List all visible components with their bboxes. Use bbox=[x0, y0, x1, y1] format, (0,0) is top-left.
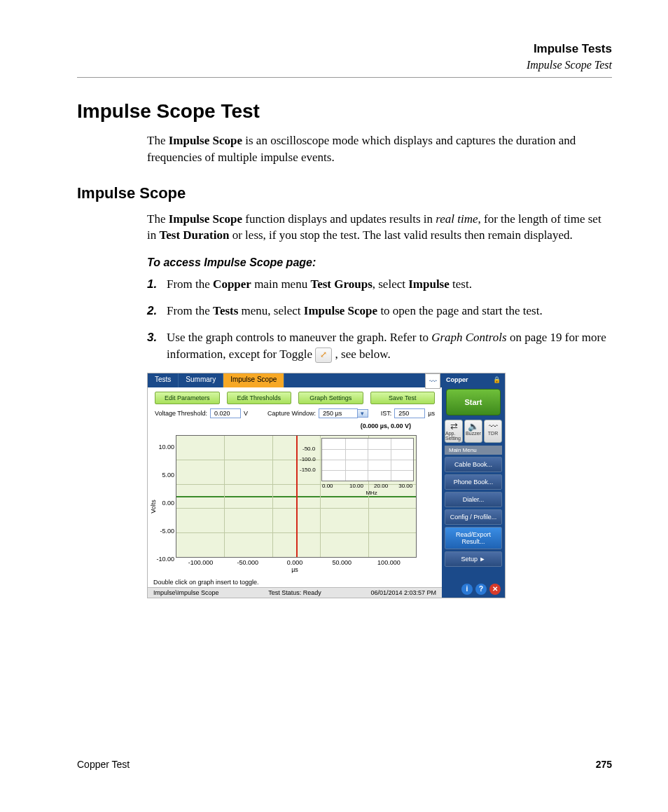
close-icon[interactable]: ✕ bbox=[489, 584, 501, 595]
app-screenshot: Tests Summary Impulse Scope 〰 Edit Param… bbox=[147, 373, 506, 598]
start-button[interactable]: Start bbox=[446, 389, 501, 415]
cursor-readout: (0.000 µs, 0.00 V) bbox=[361, 422, 417, 429]
tdr-button[interactable]: 〰TDR bbox=[484, 420, 502, 443]
app-setting-button[interactable]: ⇄App. Setting bbox=[445, 420, 463, 443]
test-status: Test Status: Ready bbox=[268, 589, 321, 596]
step-1: 1. From the Copper main menu Test Groups… bbox=[147, 276, 612, 293]
x-tick: 0.000 bbox=[287, 559, 303, 566]
sidebar-item-dialer[interactable]: Dialer... bbox=[445, 492, 502, 507]
inset-x-tick: 0.00 bbox=[322, 483, 333, 489]
inset-x-tick: 10.00 bbox=[349, 483, 363, 489]
buzzer-button[interactable]: 🔈Buzzer bbox=[464, 420, 482, 443]
x-tick: -50.000 bbox=[237, 559, 259, 566]
task-title: To access Impulse Scope page: bbox=[147, 256, 612, 269]
page-heading: Impulse Scope Test bbox=[77, 100, 612, 123]
y-tick: -5.00 bbox=[151, 528, 174, 535]
x-axis-unit: µs bbox=[291, 566, 298, 573]
step-number: 3. bbox=[147, 329, 167, 363]
scope-graph[interactable]: Volts 10.00 5.00 0.00 -5.00 -10.00 bbox=[148, 429, 442, 577]
lock-icon: 🔒 bbox=[493, 376, 501, 383]
x-tick: 50.000 bbox=[332, 559, 352, 566]
sidebar-item-cable-book[interactable]: Cable Book... bbox=[445, 457, 502, 472]
capture-label: Capture Window: bbox=[267, 410, 316, 417]
inset-x-unit: MHz bbox=[366, 490, 377, 496]
tab-bar: Tests Summary Impulse Scope 〰 bbox=[148, 373, 442, 387]
sidebar-item-read-export[interactable]: Read/Export Result... bbox=[445, 527, 502, 549]
info-icon[interactable]: i bbox=[461, 584, 473, 595]
x-tick: 100.000 bbox=[377, 559, 401, 566]
desc-paragraph: The Impulse Scope function displays and … bbox=[147, 211, 612, 245]
x-tick: -100.000 bbox=[188, 559, 214, 566]
step-3: 3. Use the graph controls to maneuver th… bbox=[147, 329, 612, 363]
threshold-field[interactable]: 0.020 bbox=[210, 408, 241, 418]
status-datetime: 06/01/2014 2:03:57 PM bbox=[370, 589, 436, 596]
step-2: 2. From the Tests menu, select Impulse S… bbox=[147, 303, 612, 319]
wave-icon: 〰 bbox=[489, 422, 498, 431]
status-bar: Impulse\Impulse Scope Test Status: Ready… bbox=[148, 587, 442, 598]
inset-x-tick: 30.00 bbox=[398, 483, 412, 489]
y-tick: 10.00 bbox=[151, 443, 174, 450]
ist-label: IST: bbox=[381, 410, 392, 417]
step-number: 2. bbox=[147, 303, 167, 319]
wave-icon[interactable]: 〰 bbox=[425, 373, 440, 389]
help-icon[interactable]: ? bbox=[475, 584, 487, 595]
chevron-down-icon: ▾ bbox=[358, 409, 368, 418]
gear-icon: ⇄ bbox=[450, 422, 458, 431]
speaker-icon: 🔈 bbox=[468, 422, 479, 431]
inset-y-tick: -100.0 bbox=[300, 456, 316, 462]
tab-tests[interactable]: Tests bbox=[148, 373, 179, 387]
inset-graph[interactable]: -50.0 -100.0 -150.0 0.00 10.00 20.00 30.… bbox=[321, 438, 414, 481]
chapter-title: Impulse Tests bbox=[77, 42, 612, 56]
y-tick: -10.00 bbox=[151, 556, 174, 563]
tab-summary[interactable]: Summary bbox=[179, 373, 223, 387]
tab-impulse-scope[interactable]: Impulse Scope bbox=[223, 373, 284, 387]
threshold-label: Voltage Threshold: bbox=[155, 410, 207, 417]
sidebar-item-config-profile[interactable]: Config / Profile... bbox=[445, 509, 502, 525]
inset-y-tick: -50.0 bbox=[302, 446, 315, 452]
step-number: 1. bbox=[147, 276, 167, 293]
toggle-icon: ⤢ bbox=[315, 347, 332, 363]
sidebar-item-phone-book[interactable]: Phone Book... bbox=[445, 474, 502, 490]
edit-parameters-button[interactable]: Edit Parameters bbox=[155, 392, 220, 404]
graph-settings-button[interactable]: Graph Settings bbox=[298, 392, 363, 404]
status-breadcrumb: Impulse\Impulse Scope bbox=[153, 589, 219, 596]
sidebar-item-setup[interactable]: Setup ► bbox=[445, 551, 502, 567]
capture-dropdown[interactable]: 250 µs ▾ bbox=[319, 408, 368, 418]
graph-hint: Double click on graph insert to toggle. bbox=[148, 577, 442, 587]
header-rule bbox=[77, 77, 612, 78]
edit-thresholds-button[interactable]: Edit Thresholds bbox=[227, 392, 292, 404]
ist-field[interactable]: 250 bbox=[394, 408, 425, 418]
y-tick: 5.00 bbox=[151, 472, 174, 479]
sidebar: Copper 🔒 Start ⇄App. Setting 🔈Buzzer 〰TD… bbox=[442, 373, 505, 598]
page-number: 275 bbox=[596, 759, 612, 770]
steps-list: 1. From the Copper main menu Test Groups… bbox=[147, 276, 612, 362]
inset-y-tick: -150.0 bbox=[300, 467, 316, 473]
section-breadcrumb: Impulse Scope Test bbox=[77, 59, 612, 71]
threshold-unit: V bbox=[244, 410, 248, 417]
save-test-button[interactable]: Save Test bbox=[370, 392, 436, 404]
inset-x-tick: 20.00 bbox=[374, 483, 388, 489]
y-tick: 0.00 bbox=[151, 500, 174, 507]
main-menu-header: Main Menu bbox=[445, 446, 502, 455]
ist-unit: µs bbox=[428, 410, 435, 417]
footer-product: Copper Test bbox=[77, 759, 130, 770]
page-footer: Copper Test 275 bbox=[77, 759, 612, 770]
intro-paragraph: The Impulse Scope is an oscilloscope mod… bbox=[147, 132, 612, 166]
sidebar-title: Copper bbox=[446, 376, 468, 383]
subheading: Impulse Scope bbox=[77, 184, 612, 202]
